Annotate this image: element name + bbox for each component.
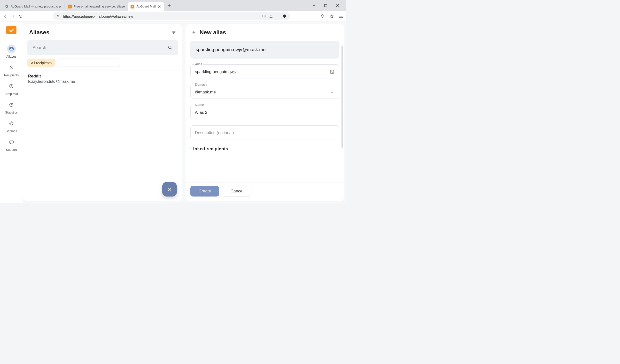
filter-icon[interactable] bbox=[171, 30, 176, 35]
svg-point-3 bbox=[57, 15, 58, 16]
sidebar-item-support[interactable]: Support bbox=[3, 136, 20, 153]
alias-input[interactable] bbox=[195, 69, 330, 74]
share-icon[interactable] bbox=[269, 14, 273, 18]
close-window-icon[interactable] bbox=[336, 4, 341, 7]
menu-icon[interactable] bbox=[339, 14, 343, 19]
back-button[interactable] bbox=[191, 30, 196, 35]
svg-rect-2 bbox=[325, 4, 327, 7]
alias-field[interactable]: Alias bbox=[190, 64, 339, 78]
sidebar-item-recipients[interactable]: Recipients bbox=[3, 61, 20, 78]
pie-icon bbox=[7, 100, 16, 109]
app-logo[interactable] bbox=[6, 26, 16, 34]
new-alias-title: New alias bbox=[200, 29, 226, 36]
app-favicon-icon bbox=[131, 5, 134, 8]
browser-tab-active[interactable]: AdGuard Mail bbox=[128, 2, 164, 11]
new-tab-button[interactable] bbox=[166, 2, 173, 9]
tab-title: AdGuard Mail — a new product to p bbox=[11, 5, 61, 8]
field-label: Domain bbox=[194, 83, 208, 86]
svg-point-15 bbox=[333, 72, 333, 73]
nav-back-button[interactable] bbox=[3, 14, 8, 18]
clock-icon bbox=[7, 82, 16, 91]
randomize-icon[interactable] bbox=[330, 69, 334, 74]
browser-tab[interactable]: AdGuard Mail — a new product to p bbox=[2, 2, 64, 11]
field-label: Alias bbox=[194, 62, 203, 66]
description-input[interactable] bbox=[195, 130, 334, 135]
gear-icon bbox=[7, 119, 16, 128]
sidebar-item-aliases[interactable]: Aliases bbox=[3, 43, 20, 60]
tab-title: Free email forwarding service: aliase bbox=[74, 5, 125, 8]
url-text: https://app.adguard-mail.com/#/aliases/n… bbox=[63, 14, 260, 18]
search-icon bbox=[168, 45, 173, 50]
chevron-down-icon[interactable] bbox=[330, 90, 334, 95]
cancel-button[interactable]: Cancel bbox=[222, 186, 252, 197]
name-input[interactable] bbox=[195, 110, 334, 115]
sidebar-label: Settings bbox=[6, 129, 17, 133]
alias-address: fuzzy.heron.tutq@mask.me bbox=[28, 79, 177, 84]
sidebar-label: Support bbox=[6, 148, 17, 152]
sidebar-item-tempmail[interactable]: Temp Mail bbox=[3, 80, 20, 97]
aliases-title: Aliases bbox=[29, 29, 49, 36]
svg-point-5 bbox=[58, 17, 58, 17]
domain-value: @mask.me bbox=[195, 90, 330, 95]
svg-point-11 bbox=[11, 123, 12, 124]
install-app-icon[interactable] bbox=[262, 14, 266, 18]
sidebar-item-statistics[interactable]: Statistics bbox=[3, 99, 20, 116]
brave-shield-icon[interactable] bbox=[282, 14, 287, 18]
sidebar-label: Recipients bbox=[4, 73, 19, 77]
shield-icon bbox=[5, 5, 9, 8]
search-placeholder: Search bbox=[32, 45, 46, 50]
tab-separator bbox=[64, 3, 64, 8]
close-tab-icon[interactable] bbox=[158, 5, 161, 8]
sidebar-label: Temp Mail bbox=[4, 92, 18, 96]
aliases-panel: Aliases Search All recipients Reddit fuz bbox=[23, 24, 182, 201]
filter-chip-empty[interactable] bbox=[58, 59, 120, 67]
minimize-window-icon[interactable] bbox=[312, 4, 318, 7]
alias-email-preview: sparkling.penguin.qwjv@mask.me bbox=[190, 41, 339, 59]
bookmark-icon[interactable] bbox=[329, 14, 334, 19]
svg-rect-13 bbox=[330, 70, 333, 73]
linked-recipients-heading: Linked recipients bbox=[190, 146, 339, 154]
app-sidebar: Aliases Recipients Temp Mail Statistics … bbox=[0, 22, 23, 203]
tab-title: AdGuard Mail bbox=[136, 5, 155, 8]
browser-tab-bar: AdGuard Mail — a new product to p Free e… bbox=[0, 0, 346, 11]
divider: | bbox=[276, 14, 280, 18]
person-icon bbox=[7, 63, 16, 72]
browser-address-bar: https://app.adguard-mail.com/#/aliases/n… bbox=[0, 11, 346, 22]
sidebar-item-settings[interactable]: Settings bbox=[3, 117, 20, 134]
domain-field[interactable]: Domain @mask.me bbox=[190, 85, 339, 99]
filter-chip-all-recipients[interactable]: All recipients bbox=[27, 59, 55, 67]
site-settings-icon[interactable] bbox=[56, 14, 61, 18]
scrollbar-thumb[interactable] bbox=[341, 46, 343, 148]
svg-point-8 bbox=[10, 66, 12, 68]
svg-point-4 bbox=[58, 16, 59, 16]
search-input[interactable]: Search bbox=[27, 40, 178, 55]
browser-tab[interactable]: Free email forwarding service: aliase bbox=[65, 2, 128, 11]
extensions-icon[interactable] bbox=[320, 14, 325, 19]
create-button[interactable]: Create bbox=[190, 186, 219, 197]
description-field[interactable] bbox=[190, 125, 339, 139]
url-field[interactable]: https://app.adguard-mail.com/#/aliases/n… bbox=[53, 12, 290, 20]
new-alias-panel: New alias sparkling.penguin.qwjv@mask.me… bbox=[186, 24, 344, 201]
close-fab-button[interactable] bbox=[162, 182, 177, 197]
maximize-window-icon[interactable] bbox=[324, 4, 330, 7]
alias-list-item[interactable]: Reddit fuzzy.heron.tutq@mask.me bbox=[23, 70, 182, 87]
app-favicon-icon bbox=[68, 5, 72, 8]
envelope-icon bbox=[7, 45, 16, 53]
sidebar-label: Aliases bbox=[6, 55, 16, 58]
field-label: Name bbox=[194, 103, 205, 107]
svg-point-12 bbox=[169, 46, 171, 49]
reload-button[interactable] bbox=[18, 14, 23, 18]
chat-icon bbox=[7, 138, 16, 146]
alias-name: Reddit bbox=[28, 74, 177, 79]
svg-point-14 bbox=[331, 71, 332, 72]
nav-forward-button[interactable] bbox=[11, 14, 16, 18]
sidebar-label: Statistics bbox=[5, 111, 18, 114]
name-field[interactable]: Name bbox=[190, 105, 339, 119]
